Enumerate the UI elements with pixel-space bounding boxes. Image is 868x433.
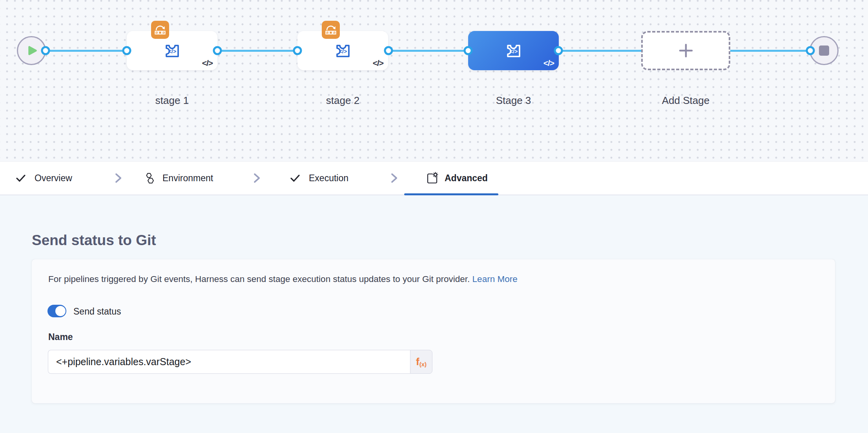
- plus-icon: [677, 42, 695, 60]
- panel-description: For pipelines triggered by Git events, H…: [48, 274, 518, 284]
- port-stage2-out[interactable]: [384, 46, 393, 55]
- chevron-right-icon: [113, 172, 123, 184]
- tab-environment-label: Environment: [162, 173, 213, 184]
- learn-more-link[interactable]: Learn More: [472, 274, 518, 284]
- port-stage2-in[interactable]: [293, 46, 302, 55]
- send-status-toggle[interactable]: [47, 305, 66, 317]
- rolling-deployment-badge-icon: [151, 21, 169, 39]
- yaml-code-icon: </>: [543, 58, 554, 68]
- yaml-code-icon: </>: [373, 58, 383, 68]
- rolling-deployment-badge-icon: [322, 21, 340, 39]
- stage-card-1[interactable]: </> </>: [127, 31, 217, 70]
- stage-card-2[interactable]: </> </>: [297, 31, 388, 70]
- svg-text:</>: </>: [509, 48, 517, 55]
- add-stage-button[interactable]: [641, 31, 730, 70]
- custom-stage-icon: </>: [503, 40, 524, 61]
- stage-card-3-selected[interactable]: </> </>: [468, 31, 559, 70]
- port-stage3-out[interactable]: [554, 46, 563, 55]
- port-end-in[interactable]: [806, 46, 815, 55]
- stage-label: Stage 3: [468, 95, 559, 107]
- pipeline-canvas: </> </> </> </>: [0, 0, 868, 161]
- section-title: Send status to Git: [32, 232, 156, 249]
- send-status-label: Send status: [73, 306, 121, 317]
- tab-overview-label: Overview: [35, 173, 72, 184]
- stage-label: stage 1: [127, 95, 217, 107]
- port-stage1-in[interactable]: [122, 46, 131, 55]
- check-icon: [289, 172, 301, 184]
- tab-execution-label: Execution: [309, 173, 348, 184]
- toggle-knob: [55, 306, 66, 316]
- stage-label: Add Stage: [641, 95, 730, 107]
- tab-overview[interactable]: Overview: [15, 172, 72, 184]
- stop-icon: [819, 45, 829, 56]
- svg-text:</>: </>: [339, 48, 346, 55]
- fx-icon: f: [416, 356, 419, 368]
- chevron-right-icon: [252, 172, 262, 184]
- expression-fx-button[interactable]: f(x): [410, 350, 432, 374]
- chevron-right-icon: [389, 172, 399, 184]
- check-icon: [15, 172, 27, 184]
- custom-stage-icon: </>: [333, 40, 353, 61]
- name-input-row: f(x): [48, 350, 432, 374]
- tab-execution[interactable]: Execution: [289, 172, 348, 184]
- name-field-label: Name: [48, 332, 73, 342]
- svg-text:</>: </>: [168, 48, 176, 55]
- name-input[interactable]: [48, 350, 410, 374]
- custom-stage-icon: </>: [162, 40, 182, 61]
- port-stage3-in[interactable]: [464, 46, 473, 55]
- port-stage1-out[interactable]: [213, 46, 222, 55]
- send-status-panel: For pipelines triggered by Git events, H…: [32, 259, 835, 403]
- port-start-out[interactable]: [41, 46, 50, 55]
- tab-environment[interactable]: Environment: [144, 172, 213, 184]
- stage-config-tabbar: Overview Environment Execution: [0, 161, 868, 195]
- play-icon: [24, 43, 39, 58]
- hexagons-icon: [144, 172, 156, 184]
- description-text: For pipelines triggered by Git events, H…: [48, 274, 470, 284]
- tab-advanced-label: Advanced: [445, 173, 488, 184]
- tab-advanced[interactable]: Advanced: [426, 172, 488, 184]
- yaml-code-icon: </>: [202, 58, 213, 68]
- panel-gear-icon: [426, 172, 438, 184]
- active-tab-indicator: [404, 193, 498, 195]
- stage-label: stage 2: [297, 95, 388, 107]
